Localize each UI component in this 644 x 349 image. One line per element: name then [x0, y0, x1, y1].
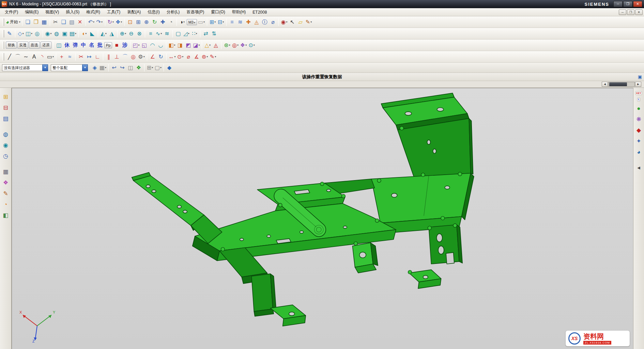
angular-dimension-button[interactable]: ∡	[193, 52, 201, 61]
revolve-button[interactable]: ◎	[33, 29, 41, 38]
selection-arrow-button[interactable]: ↖	[288, 18, 296, 27]
forming-flange-button[interactable]: ◱	[140, 41, 148, 50]
trim-body-button[interactable]: ◭▾	[99, 29, 108, 38]
subtract-button[interactable]: ⊖	[127, 29, 135, 38]
annotation-pen-icon[interactable]: ✎	[1, 189, 10, 198]
dropdown-arrow-icon[interactable]: ▾	[105, 32, 107, 35]
toolbar-drag-handle[interactable]	[3, 53, 4, 61]
dropdown-arrow-icon[interactable]: ▾	[121, 20, 122, 23]
intersect-button[interactable]: ⊗	[135, 29, 143, 38]
constraint-tangent-button[interactable]: ⌒	[121, 52, 129, 61]
menu-preferences[interactable]: 首选项(P)	[183, 9, 207, 16]
pad-button[interactable]: ▤▾	[69, 29, 77, 38]
face-select-button[interactable]: 面选	[29, 42, 40, 49]
menu-et2008[interactable]: ET2008	[249, 9, 270, 15]
scroll-right-button[interactable]: ►	[635, 82, 641, 87]
draft-button[interactable]: ◿▾	[182, 29, 190, 38]
dimple-button[interactable]: ◪▾	[192, 41, 200, 50]
menu-help[interactable]: 帮助(H)	[229, 9, 249, 16]
sketch-text-button[interactable]: A	[30, 52, 38, 61]
quick-extend-button[interactable]: ↦	[85, 52, 93, 61]
forming-rib-button[interactable]: ◰▾	[132, 41, 140, 50]
bend-button[interactable]: ◠	[148, 41, 156, 50]
collapse-panel-arrow[interactable]: ◂	[634, 163, 643, 172]
menu-format[interactable]: 格式(R)	[83, 9, 103, 16]
macro-she-button[interactable]: 涉	[121, 42, 128, 48]
unite-button[interactable]: ⊕▾	[119, 29, 127, 38]
dropdown-arrow-icon[interactable]: ▼	[42, 64, 48, 71]
dropdown-arrow-icon[interactable]: ▾	[183, 20, 185, 23]
macro-ming-button[interactable]: 名	[88, 42, 95, 48]
pattern-feature-button[interactable]: ∷▾	[190, 29, 199, 38]
dropdown-arrow-icon[interactable]: ▾	[223, 20, 224, 23]
dropdown-arrow-icon[interactable]: ▾	[286, 20, 287, 23]
background-style-button[interactable]: ▭▾	[197, 18, 205, 27]
pp-macro-button[interactable]: Pp	[104, 42, 112, 48]
measure-button[interactable]: ⌀	[269, 18, 277, 27]
start-menu-button[interactable]: ◕开始▾	[5, 18, 21, 27]
rotate-view-button[interactable]: ↻	[151, 18, 159, 27]
dropdown-arrow-icon[interactable]: ▾	[229, 44, 230, 47]
dropdown-arrow-icon[interactable]: ▾	[254, 44, 255, 47]
child-restore-button[interactable]: ❐	[627, 10, 634, 15]
sketch-point-button[interactable]: +	[58, 52, 66, 61]
unbend-button[interactable]: ◡	[156, 41, 165, 50]
select-all-button[interactable]: ◫	[126, 63, 135, 72]
scroll-thumb[interactable]	[609, 82, 627, 86]
inferred-dimension-button[interactable]: ↔▾	[168, 52, 176, 61]
perimeter-dimension-button[interactable]: ⊚▾	[201, 52, 209, 61]
part-family-icon[interactable]: ✦	[634, 137, 643, 145]
dropdown-arrow-icon[interactable]: ▾	[194, 21, 195, 24]
child-close-button[interactable]: ✕	[635, 10, 643, 15]
thicken-button[interactable]: ≡	[147, 29, 155, 38]
menu-file[interactable]: 文件(F)	[2, 9, 21, 16]
hd3d-tool-icon[interactable]: ◉	[1, 141, 10, 149]
macro-pi-button[interactable]: 批	[96, 42, 104, 48]
dropdown-arrow-icon[interactable]: ▾	[160, 32, 162, 35]
maximize-button[interactable]: ❐	[623, 1, 632, 7]
more-tools-button[interactable]: ⊙▾	[247, 41, 256, 50]
hole-button[interactable]: ◉▾	[44, 29, 52, 38]
visual-palette-icon[interactable]: ❖	[1, 178, 10, 187]
prompt-history-icon[interactable]: ▣	[638, 74, 642, 79]
chamfer-button[interactable]: ◣	[88, 29, 96, 38]
offset-face-button[interactable]: ⇅	[210, 29, 218, 38]
edge-blend-button[interactable]: ◖▾	[80, 29, 88, 38]
dropdown-arrow-icon[interactable]: ▾	[112, 20, 114, 23]
dropdown-arrow-icon[interactable]: ▾	[101, 20, 103, 23]
layer-settings-button[interactable]: ≡	[228, 18, 236, 27]
cut-button[interactable]: ✂	[51, 18, 60, 27]
sketch-spline-button[interactable]: ∼	[22, 52, 30, 61]
roles-icon[interactable]: ◔	[1, 200, 10, 209]
constraint-navigator-icon[interactable]: ⊟	[1, 103, 10, 112]
macro-xiu-button[interactable]: 休	[63, 42, 71, 48]
menu-analysis[interactable]: 分析(L)	[164, 9, 183, 16]
direct-sketch-button[interactable]: ✎	[5, 29, 14, 38]
snap-point-button[interactable]: ◉▾	[280, 18, 288, 27]
internet-browser-icon[interactable]: ◧	[1, 211, 10, 220]
auto-constrain-button[interactable]: ⚙▾	[137, 52, 145, 61]
feature-group-button[interactable]: ❖▾	[239, 41, 247, 50]
constraint-perpendicular-button[interactable]: ⊥	[113, 52, 121, 61]
dropdown-arrow-icon[interactable]: ▾	[19, 20, 20, 23]
selection-filter-combo[interactable]: 没有选择过滤器 ▼	[2, 64, 48, 71]
animate-dimension-button[interactable]: ↻	[157, 52, 165, 61]
ruler-button[interactable]: ▱	[296, 18, 305, 27]
dropdown-arrow-icon[interactable]: ▾	[237, 44, 239, 47]
zoom-in-out-button[interactable]: ⊕	[142, 18, 151, 27]
dropdown-arrow-icon[interactable]: ▾	[188, 32, 189, 35]
sphere-icon[interactable]: ◕	[634, 147, 643, 156]
show-constraints-button[interactable]: ∠	[149, 52, 157, 61]
close-button[interactable]: ✕	[633, 1, 642, 7]
selection-scope-combo[interactable]: 整个装配 ▼	[51, 64, 88, 71]
minimize-button[interactable]: ─	[613, 1, 623, 7]
sketch-fillet-button[interactable]: ◝	[38, 52, 46, 61]
zoom-box-button[interactable]: ⊞	[134, 18, 142, 27]
dropdown-arrow-icon[interactable]: ▾	[174, 44, 175, 47]
previous-selection-button[interactable]: ↩	[110, 63, 118, 72]
menu-information[interactable]: 信息(I)	[144, 9, 163, 16]
replace-view-button[interactable]: 替换	[6, 42, 17, 49]
dropdown-arrow-icon[interactable]: ▾	[203, 20, 205, 23]
graphics-viewport[interactable]: X Y Z XS 资料网 ZL.XS1616.COM	[12, 88, 633, 349]
red-block-button[interactable]: ■	[112, 41, 121, 50]
